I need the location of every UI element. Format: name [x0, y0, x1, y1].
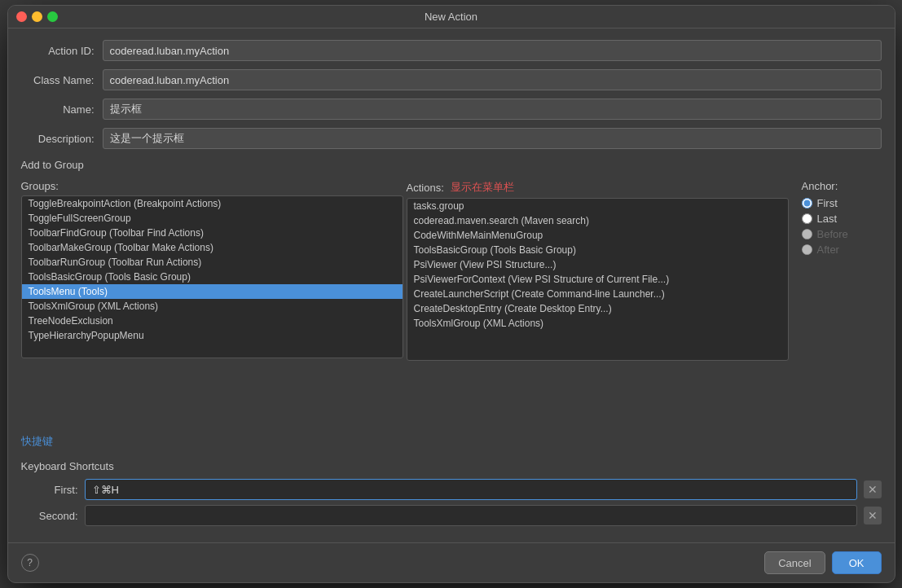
anchor-before-label: Before [817, 228, 848, 240]
group-list-item[interactable]: ToggleFullScreenGroup [22, 211, 403, 226]
titlebar-buttons [16, 11, 58, 22]
action-list-item[interactable]: PsiViewer (View PSI Structure...) [407, 257, 788, 272]
action-list-item[interactable]: CreateLauncherScript (Create Command-lin… [407, 287, 788, 301]
new-action-dialog: New Action Action ID: Class Name: Name: … [7, 5, 895, 583]
name-row: Name: [21, 99, 882, 120]
dialog-content: Action ID: Class Name: Name: Description… [8, 29, 895, 542]
class-name-row: Class Name: [21, 69, 882, 90]
action-list-item[interactable]: CreateDesktopEntry (Create Desktop Entry… [407, 301, 788, 316]
anchor-first-row: First [802, 197, 882, 209]
groups-actions-container: Groups: ToggleBreakpointAction (Breakpoi… [21, 180, 882, 423]
help-button[interactable]: ? [21, 554, 39, 572]
anchor-before-radio [802, 229, 812, 239]
name-label: Name: [21, 103, 95, 116]
ok-button[interactable]: OK [832, 551, 882, 574]
class-name-label: Class Name: [21, 74, 95, 86]
action-list-item[interactable]: ToolsXmlGroup (XML Actions) [407, 316, 788, 331]
name-input[interactable] [103, 99, 882, 120]
actions-label: Actions: [407, 182, 444, 194]
description-label: Description: [21, 133, 95, 145]
dialog-title: New Action [425, 11, 477, 23]
anchor-after-row: After [802, 244, 882, 256]
group-list-item[interactable]: ToolbarMakeGroup (Toolbar Make Actions) [22, 240, 403, 255]
clear-second-shortcut-button[interactable]: ✕ [864, 507, 882, 524]
shortcut-annotation: 快捷键 [21, 435, 53, 447]
group-list-item[interactable]: TypeHierarchyPopupMenu [22, 328, 403, 343]
anchor-after-label: After [817, 244, 839, 256]
second-shortcut-input[interactable] [85, 505, 857, 526]
minimize-button[interactable] [32, 11, 42, 22]
action-list-item[interactable]: PsiViewerForContext (View PSI Structure … [407, 272, 788, 287]
action-id-label: Action ID: [21, 45, 95, 57]
dialog-footer: ? Cancel OK [8, 542, 895, 582]
group-list-item[interactable]: ToolbarRunGroup (Toolbar Run Actions) [22, 255, 403, 270]
anchor-last-label: Last [817, 213, 838, 225]
action-list-item[interactable]: tasks.group [407, 199, 788, 213]
group-list-item[interactable]: ToolsBasicGroup (Tools Basic Group) [22, 270, 403, 284]
groups-panel: Groups: ToggleBreakpointAction (Breakpoi… [21, 180, 403, 358]
shortcut-annotation-container: 快捷键 [21, 433, 882, 449]
titlebar: New Action [8, 6, 895, 29]
keyboard-shortcuts-title: Keyboard Shortcuts [21, 460, 882, 472]
footer-buttons: Cancel OK [764, 551, 881, 574]
second-shortcut-label: Second: [21, 510, 78, 522]
anchor-panel: Anchor: First Last Before After [792, 180, 882, 259]
action-id-row: Action ID: [21, 40, 882, 61]
first-shortcut-label: First: [21, 484, 78, 496]
close-button[interactable] [16, 11, 27, 22]
add-to-group-title: Add to Group [21, 159, 84, 171]
anchor-last-row: Last [802, 213, 882, 225]
group-list-item[interactable]: ToolsXmlGroup (XML Actions) [22, 299, 403, 314]
first-shortcut-row: First: ✕ [21, 479, 882, 500]
actions-list[interactable]: tasks.groupcoderead.maven.search (Maven … [407, 198, 789, 361]
actions-panel: Actions: 显示在菜单栏 tasks.groupcoderead.mave… [407, 180, 789, 361]
group-list-item[interactable]: ToolbarFindGroup (Toolbar Find Actions) [22, 226, 403, 240]
action-list-item[interactable]: coderead.maven.search (Maven search) [407, 213, 788, 228]
first-shortcut-input[interactable] [85, 479, 857, 500]
groups-list[interactable]: ToggleBreakpointAction (Breakpoint Actio… [21, 195, 403, 358]
anchor-first-radio[interactable] [802, 198, 812, 208]
maximize-button[interactable] [47, 11, 58, 22]
description-row: Description: [21, 128, 882, 149]
anchor-label: Anchor: [802, 180, 882, 192]
show-in-menu-annotation: 显示在菜单栏 [451, 180, 514, 195]
anchor-after-radio [802, 244, 812, 255]
cancel-button[interactable]: Cancel [764, 551, 825, 574]
clear-first-shortcut-button[interactable]: ✕ [864, 480, 882, 498]
action-list-item[interactable]: CodeWithMeMainMenuGroup [407, 228, 788, 243]
group-list-item[interactable]: ToggleBreakpointAction (Breakpoint Actio… [22, 196, 403, 211]
anchor-last-radio[interactable] [802, 213, 812, 224]
anchor-before-row: Before [802, 228, 882, 240]
class-name-input[interactable] [103, 69, 882, 90]
group-list-item[interactable]: TreeNodeExclusion [22, 314, 403, 328]
second-shortcut-row: Second: ✕ [21, 505, 882, 526]
keyboard-section: Keyboard Shortcuts First: ✕ Second: ✕ [21, 460, 882, 531]
action-list-item[interactable]: ToolsBasicGroup (Tools Basic Group) [407, 243, 788, 257]
description-input[interactable] [103, 128, 882, 149]
groups-label: Groups: [21, 180, 403, 192]
action-id-input[interactable] [103, 40, 882, 61]
group-list-item[interactable]: ToolsMenu (Tools) [22, 284, 403, 299]
anchor-first-label: First [817, 197, 838, 209]
add-to-group-section: Add to Group [21, 157, 882, 172]
